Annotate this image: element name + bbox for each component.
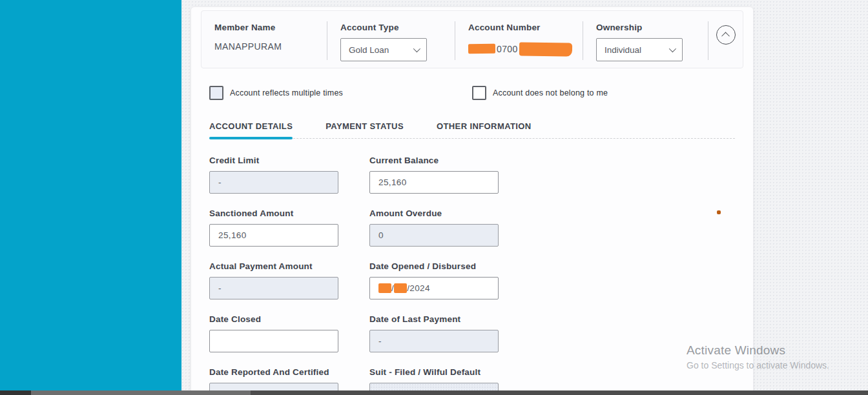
- credit-limit-label: Credit Limit: [209, 156, 369, 165]
- suit-filed-label: Suit - Filed / Wilful Default: [369, 367, 530, 377]
- tab-account-details[interactable]: ACCOUNT DETAILS: [209, 121, 293, 138]
- sanctioned-amount-label: Sanctioned Amount: [209, 208, 369, 218]
- member-name-label: Member Name: [214, 23, 316, 32]
- current-balance-field: Current Balance 25,160: [369, 156, 530, 194]
- current-balance-label: Current Balance: [369, 156, 530, 165]
- account-type-select[interactable]: Gold Loan: [340, 38, 427, 61]
- account-type-label: Account Type: [340, 23, 444, 32]
- date-of-last-payment-field: Date of Last Payment -: [369, 314, 530, 352]
- date-reported-label: Date Reported And Certified: [209, 367, 369, 377]
- collapse-zone: [708, 20, 743, 61]
- checkbox-label: Account reflects multiple times: [230, 88, 343, 97]
- tab-payment-status[interactable]: PAYMENT STATUS: [326, 121, 404, 138]
- credit-limit-field: Credit Limit -: [209, 156, 369, 194]
- horizontal-scrollbar: [0, 390, 868, 395]
- ownership-column: Ownership Individual: [583, 20, 708, 61]
- amount-overdue-label: Amount Overdue: [369, 208, 530, 218]
- left-sidebar: [0, 0, 181, 390]
- member-name-column: Member Name MANAPPURAM: [202, 20, 327, 61]
- chevron-down-icon: [669, 45, 676, 52]
- amount-overdue-input: 0: [369, 224, 499, 247]
- redaction-blob: [394, 283, 407, 293]
- account-type-selected-value: Gold Loan: [349, 45, 389, 55]
- checkbox-group-multiple-times: Account reflects multiple times: [209, 86, 343, 100]
- account-type-column: Account Type Gold Loan: [327, 20, 455, 61]
- account-number-value: 0700: [468, 41, 572, 56]
- date-of-last-payment-label: Date of Last Payment: [369, 314, 530, 324]
- account-detail-card: Member Name MANAPPURAM Account Type Gold…: [191, 6, 754, 395]
- detail-tabs: ACCOUNT DETAILS PAYMENT STATUS OTHER INF…: [209, 121, 735, 139]
- chevron-down-icon: [413, 45, 420, 52]
- sanctioned-amount-input[interactable]: 25,160: [209, 224, 338, 247]
- redaction-blob: [468, 44, 495, 54]
- scrollbar-left-cap: [0, 390, 31, 395]
- actual-payment-amount-input: -: [209, 277, 338, 299]
- date-of-last-payment-input: -: [369, 330, 499, 352]
- account-details-form: Credit Limit - Current Balance 25,160 Sa…: [209, 156, 735, 395]
- ownership-selected-value: Individual: [604, 45, 641, 55]
- date-opened-visible-year: /2024: [407, 283, 430, 293]
- current-balance-input[interactable]: 25,160: [369, 171, 499, 194]
- form-row: Date Closed Date of Last Payment -: [209, 314, 735, 352]
- form-row: Credit Limit - Current Balance 25,160: [209, 156, 735, 194]
- actual-payment-amount-label: Actual Payment Amount: [209, 261, 369, 271]
- credit-limit-input: -: [209, 171, 338, 194]
- account-number-visible-digits: 0700: [497, 44, 518, 54]
- account-summary-header: Member Name MANAPPURAM Account Type Gold…: [201, 10, 743, 68]
- account-number-label: Account Number: [468, 23, 572, 32]
- collapse-section-button[interactable]: [716, 25, 736, 45]
- scrollbar-thumb[interactable]: [31, 390, 251, 395]
- date-opened-input[interactable]: //2024: [369, 277, 499, 299]
- account-does-not-belong-checkbox[interactable]: [472, 86, 486, 100]
- account-number-column: Account Number 0700: [455, 20, 583, 61]
- tab-other-information[interactable]: OTHER INFORMATION: [437, 121, 532, 138]
- date-closed-field: Date Closed: [209, 314, 369, 352]
- form-row: Actual Payment Amount - Date Opened / Di…: [209, 261, 735, 299]
- date-opened-label: Date Opened / Disbursed: [369, 261, 530, 271]
- stray-annotation-dot: [717, 210, 721, 214]
- account-reflects-multiple-times-checkbox[interactable]: [209, 86, 223, 100]
- date-closed-input[interactable]: [209, 330, 338, 352]
- chevron-up-icon: [721, 32, 730, 40]
- dispute-checkbox-row: Account reflects multiple times Account …: [209, 85, 735, 101]
- redaction-blob: [519, 42, 573, 56]
- redaction-blob: [378, 283, 391, 293]
- checkbox-label: Account does not belong to me: [493, 88, 608, 97]
- ownership-label: Ownership: [596, 23, 698, 32]
- member-name-value: MANAPPURAM: [214, 41, 316, 52]
- amount-overdue-field: Amount Overdue 0: [369, 208, 530, 247]
- date-closed-label: Date Closed: [209, 314, 369, 324]
- form-row: Sanctioned Amount 25,160 Amount Overdue …: [209, 208, 735, 247]
- date-opened-field: Date Opened / Disbursed //2024: [369, 261, 530, 299]
- ownership-select[interactable]: Individual: [596, 38, 683, 61]
- actual-payment-amount-field: Actual Payment Amount -: [209, 261, 369, 299]
- sanctioned-amount-field: Sanctioned Amount 25,160: [209, 208, 369, 247]
- checkbox-group-not-belong: Account does not belong to me: [472, 86, 608, 100]
